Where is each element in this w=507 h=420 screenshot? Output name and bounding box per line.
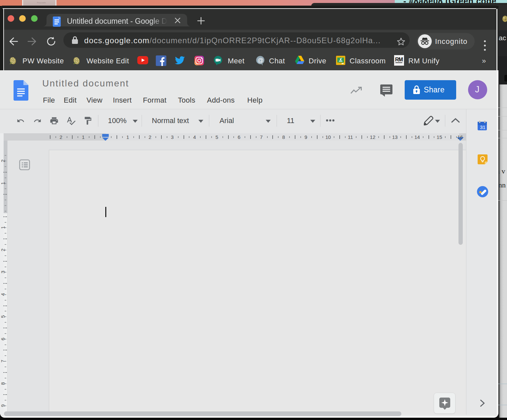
- svg-text:RM: RM: [395, 57, 403, 62]
- svg-text:31: 31: [480, 124, 486, 130]
- svg-text:@: @: [257, 57, 263, 64]
